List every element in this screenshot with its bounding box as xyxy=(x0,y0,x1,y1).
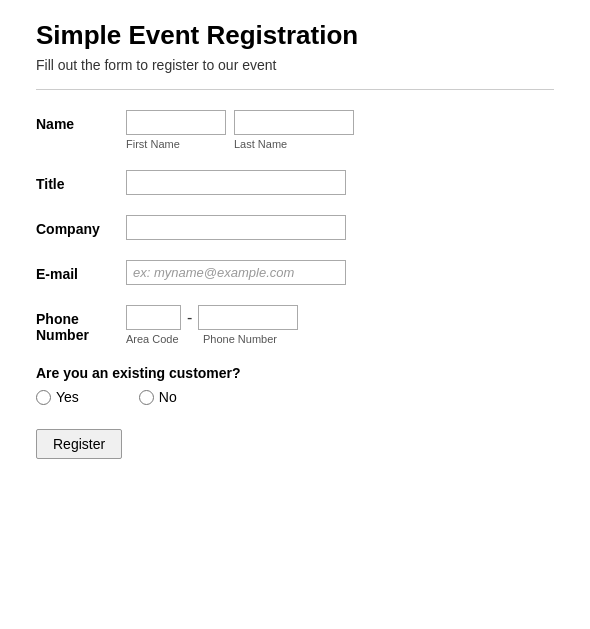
phone-sublabels: Area Code Phone Number xyxy=(126,333,554,345)
yes-radio[interactable] xyxy=(36,390,51,405)
title-controls xyxy=(126,170,554,195)
yes-option[interactable]: Yes xyxy=(36,389,79,405)
last-name-sublabel: Last Name xyxy=(234,138,354,150)
phone-inputs: - xyxy=(126,305,554,330)
company-label: Company xyxy=(36,215,126,237)
email-row: E-mail xyxy=(36,260,554,285)
phone-separator: - xyxy=(185,309,194,327)
company-controls xyxy=(126,215,554,240)
name-inputs: First Name Last Name xyxy=(126,110,554,150)
email-label: E-mail xyxy=(36,260,126,282)
register-button[interactable]: Register xyxy=(36,429,122,459)
company-input[interactable] xyxy=(126,215,346,240)
name-controls: First Name Last Name xyxy=(126,110,554,150)
title-row: Title xyxy=(36,170,554,195)
page-title: Simple Event Registration xyxy=(36,20,554,51)
existing-customer-question: Are you an existing customer? xyxy=(36,365,554,381)
last-name-input[interactable] xyxy=(234,110,354,135)
first-name-group: First Name xyxy=(126,110,226,150)
phone-number-input[interactable] xyxy=(198,305,298,330)
title-label: Title xyxy=(36,170,126,192)
name-row: Name First Name Last Name xyxy=(36,110,554,150)
phone-number-sublabel: Phone Number xyxy=(203,333,277,345)
radio-group: Yes No xyxy=(36,389,554,405)
page-subtitle: Fill out the form to register to our eve… xyxy=(36,57,554,73)
area-code-sublabel: Area Code xyxy=(126,333,181,345)
name-label: Name xyxy=(36,110,126,132)
email-controls xyxy=(126,260,554,285)
phone-controls: - Area Code Phone Number xyxy=(126,305,554,345)
area-code-input[interactable] xyxy=(126,305,181,330)
company-row: Company xyxy=(36,215,554,240)
yes-label: Yes xyxy=(56,389,79,405)
last-name-group: Last Name xyxy=(234,110,354,150)
title-input[interactable] xyxy=(126,170,346,195)
first-name-input[interactable] xyxy=(126,110,226,135)
email-input[interactable] xyxy=(126,260,346,285)
divider xyxy=(36,89,554,90)
no-radio[interactable] xyxy=(139,390,154,405)
phone-row: PhoneNumber - Area Code Phone Number xyxy=(36,305,554,345)
phone-label: PhoneNumber xyxy=(36,305,126,343)
existing-customer-section: Are you an existing customer? Yes No xyxy=(36,365,554,405)
no-label: No xyxy=(159,389,177,405)
no-option[interactable]: No xyxy=(139,389,177,405)
first-name-sublabel: First Name xyxy=(126,138,226,150)
